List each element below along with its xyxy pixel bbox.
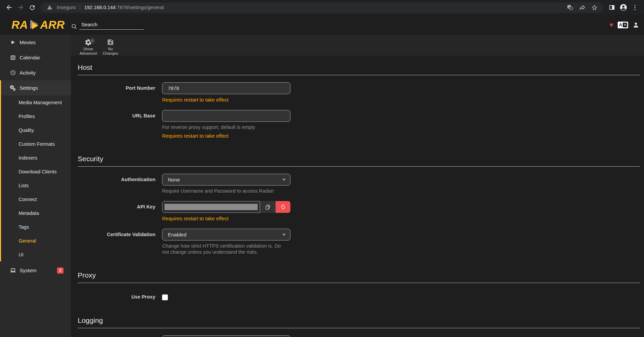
not-secure-warning-icon[interactable]: [45, 3, 54, 12]
sidebar-item-settings[interactable]: Settings: [1, 80, 71, 95]
copy-api-key-button[interactable]: [260, 201, 276, 213]
laptop-icon: [9, 267, 16, 274]
sidebar-item-label: Settings: [20, 85, 38, 91]
port-restart-warning: Requires restart to take effect: [162, 97, 290, 103]
system-health-badge: 3: [57, 268, 63, 274]
bookmark-star-icon[interactable]: [590, 3, 599, 12]
show-advanced-button[interactable]: ✕ Show Advanced: [78, 37, 98, 56]
url-base-input[interactable]: [162, 110, 290, 122]
reload-icon[interactable]: [26, 2, 38, 13]
show-advanced-label-2: Advanced: [79, 51, 97, 56]
sidebar-item-download-clients[interactable]: Download Clients: [1, 165, 71, 178]
app-translate-icon[interactable]: A: [618, 22, 628, 28]
authentication-row: Authentication None Require Username and…: [78, 174, 640, 194]
security-label: Inseguro: [57, 5, 76, 10]
sidebar-item-activity[interactable]: Activity: [0, 65, 71, 80]
certificate-validation-help: Change how strict HTTPS certification va…: [162, 243, 287, 255]
log-level-row: Log Level Info: [78, 335, 640, 337]
main-panel: ✕ Show Advanced No Changes: [71, 35, 644, 337]
show-advanced-label-1: Show: [83, 47, 93, 51]
sidebar-item-label: Movies: [20, 39, 36, 45]
advanced-off-x-icon: ✕: [90, 38, 95, 43]
sidebar-item-metadata[interactable]: Metadata: [1, 206, 71, 220]
authentication-help: Require Username and Password to access …: [162, 188, 287, 194]
api-key-label: API Key: [78, 201, 162, 221]
regenerate-api-key-button[interactable]: [276, 201, 290, 213]
chevron-down-icon: [282, 179, 286, 181]
sidebar-item-calendar[interactable]: Calendar: [0, 50, 71, 65]
section-host: Host Port Number Requires restart to tak…: [78, 63, 640, 139]
no-changes-label-1: No: [108, 47, 113, 51]
certificate-validation-value: Enabled: [168, 232, 186, 237]
browser-menu-icon[interactable]: ⋮: [629, 2, 641, 13]
logo-text-left: RA: [11, 19, 28, 31]
sidebar: Movies Calendar Activity: [0, 35, 71, 337]
sidebar-item-connect[interactable]: Connect: [1, 192, 71, 206]
calendar-icon: [9, 55, 16, 60]
gears-icon: [9, 85, 16, 91]
use-proxy-checkbox[interactable]: [162, 294, 168, 300]
use-proxy-row: Use Proxy: [78, 292, 640, 300]
port-number-input[interactable]: [162, 82, 290, 94]
sidebar-item-label: Activity: [20, 70, 36, 76]
section-title-proxy: Proxy: [78, 271, 640, 283]
settings-content: Host Port Number Requires restart to tak…: [71, 56, 644, 337]
sidebar-item-profiles[interactable]: Profiles: [1, 109, 71, 123]
sidebar-settings-block: Settings Media Management Profiles Quali…: [0, 80, 71, 261]
api-key-redacted-value: [164, 204, 258, 210]
search-input[interactable]: [79, 20, 144, 30]
url-base-row: URL Base For reverse proxy support, defa…: [78, 110, 640, 139]
sidebar-item-movies[interactable]: Movies: [0, 35, 71, 50]
authentication-select[interactable]: None: [162, 174, 290, 186]
url-path: :7878/settings/general: [115, 5, 164, 10]
copy-icon: [265, 204, 271, 210]
sidebar-item-indexers[interactable]: Indexers: [1, 151, 71, 165]
log-level-select[interactable]: Info: [162, 335, 290, 337]
section-logging: Logging Log Level Info: [78, 316, 640, 337]
port-number-label: Port Number: [78, 82, 162, 103]
certificate-validation-select[interactable]: Enabled: [162, 229, 290, 241]
svg-text:z: z: [571, 7, 572, 9]
donate-heart-icon[interactable]: ♥: [610, 21, 613, 29]
sidebar-item-custom-formats[interactable]: Custom Formats: [1, 137, 71, 151]
section-security: Security Authentication None Require Use…: [78, 155, 640, 255]
clock-icon: [9, 70, 16, 76]
search-icon: [71, 23, 77, 30]
logo-play-icon: [28, 19, 40, 31]
sidebar-item-label: Calendar: [20, 55, 40, 60]
api-key-restart-warning: Requires restart to take effect: [162, 216, 290, 221]
sidebar-item-lists[interactable]: Lists: [1, 178, 71, 192]
use-proxy-label: Use Proxy: [78, 292, 162, 300]
save-changes-button[interactable]: No Changes: [101, 37, 120, 56]
url-base-label: URL Base: [78, 110, 162, 139]
sidebar-item-ui[interactable]: UI: [1, 248, 71, 261]
back-icon[interactable]: [3, 2, 15, 13]
port-number-row: Port Number Requires restart to take eff…: [78, 82, 640, 103]
screen: Inseguro 192.168.0.144 :7878/settings/ge…: [0, 0, 644, 337]
sidebar-item-general[interactable]: General: [1, 234, 71, 248]
api-key-input[interactable]: [162, 201, 260, 213]
page-toolbar: ✕ Show Advanced No Changes: [71, 35, 644, 56]
url-base-restart-warning: Requires restart to take effect: [162, 133, 290, 139]
user-icon[interactable]: [633, 22, 639, 28]
forward-icon[interactable]: [15, 2, 26, 13]
share-icon[interactable]: [578, 3, 587, 12]
radarr-logo[interactable]: RA ARR: [11, 19, 71, 31]
side-panel-icon[interactable]: [606, 2, 618, 13]
authentication-label: Authentication: [78, 174, 162, 194]
save-floppy-icon: [107, 38, 114, 46]
address-bar[interactable]: Inseguro 192.168.0.144 :7878/settings/ge…: [41, 2, 603, 13]
sidebar-item-tags[interactable]: Tags: [1, 220, 71, 234]
sidebar-item-label: System: [20, 268, 36, 273]
no-changes-label-2: Changes: [103, 51, 118, 56]
translate-icon[interactable]: Az: [566, 3, 574, 12]
address-separator: [80, 5, 80, 10]
api-key-row: API Key: [78, 201, 640, 221]
url-host: 192.168.0.144: [84, 5, 115, 10]
app-header: RA ARR ♥ A: [0, 15, 644, 35]
browser-profile-avatar[interactable]: [618, 2, 629, 13]
sidebar-item-media-management[interactable]: Media Management: [1, 95, 71, 109]
sidebar-item-system[interactable]: System 3: [0, 263, 71, 278]
sidebar-item-quality[interactable]: Quality: [1, 123, 71, 137]
logo-text-right: ARR: [40, 19, 65, 31]
